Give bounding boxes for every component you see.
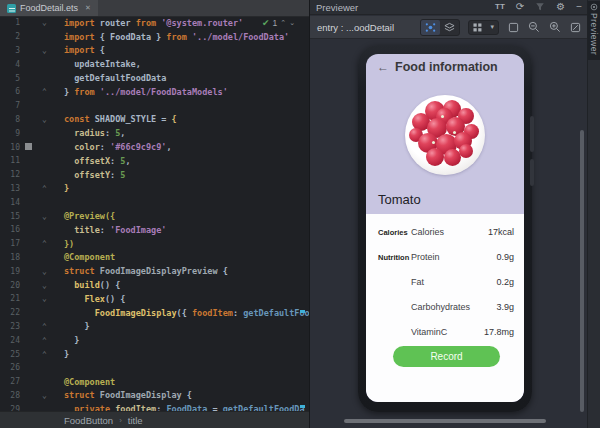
code-line[interactable]: 4 updateIntake,: [0, 57, 309, 71]
breadcrumb-item[interactable]: title: [128, 415, 143, 426]
inspection-widget[interactable]: ✔ 1 ⌃ ⌄: [262, 18, 295, 28]
line-number[interactable]: 25: [0, 350, 20, 359]
line-number[interactable]: 19: [0, 267, 20, 276]
code-area[interactable]: ✔ 1 ⌃ ⌄ 1⌄import router from '@system.ro…: [0, 16, 309, 411]
zoom-in-icon[interactable]: [549, 21, 561, 33]
line-number[interactable]: 15: [0, 212, 20, 221]
fold-marker-icon[interactable]: ⌄: [37, 115, 52, 124]
code-line[interactable]: 14: [0, 195, 309, 209]
grid-view-icon[interactable]: [469, 21, 486, 34]
code-line[interactable]: 28⌄struct FoodImageDisplay {: [0, 389, 309, 403]
code-line[interactable]: 7: [0, 99, 309, 113]
settings-gear-icon[interactable]: ⚙: [556, 2, 565, 12]
tab-close-icon[interactable]: ✕: [85, 4, 91, 12]
breadcrumb-item[interactable]: FoodButton: [64, 415, 113, 426]
code-line[interactable]: 10 color: '#66c9c9c9',: [0, 140, 309, 154]
code-line[interactable]: 20⌄ build() {: [0, 278, 309, 292]
line-number[interactable]: 24: [0, 336, 20, 345]
code-line[interactable]: 25⌃}: [0, 347, 309, 361]
fold-marker-icon[interactable]: ⌄: [37, 212, 52, 221]
layers-view-toggle[interactable]: [440, 20, 459, 35]
code-line[interactable]: 24⌃ }: [0, 333, 309, 347]
previewer-side-tab[interactable]: Previewer: [588, 1, 600, 60]
code-line[interactable]: 13⌃}: [0, 182, 309, 196]
line-number[interactable]: 7: [0, 101, 20, 110]
line-number[interactable]: 14: [0, 198, 20, 207]
line-number[interactable]: 28: [0, 391, 20, 400]
line-number[interactable]: 23: [0, 322, 20, 331]
line-number[interactable]: 17: [0, 239, 20, 248]
next-issue-icon[interactable]: ⌄: [289, 19, 295, 27]
zoom-out-icon[interactable]: [528, 21, 540, 33]
line-number[interactable]: 8: [0, 115, 20, 124]
code-line[interactable]: 3⌄import {: [0, 44, 309, 58]
code-line[interactable]: 12 offsetY: 5: [0, 168, 309, 182]
phone-screen: ← Food information: [366, 54, 524, 402]
fold-marker-icon[interactable]: ⌄: [37, 391, 52, 400]
line-number[interactable]: 13: [0, 184, 20, 193]
line-number[interactable]: 27: [0, 377, 20, 386]
line-number[interactable]: 4: [0, 60, 20, 69]
line-number[interactable]: 11: [0, 156, 20, 165]
code-line[interactable]: 19⌄struct FoodImageDisplayPreview {: [0, 264, 309, 278]
code-line[interactable]: 11 offsetX: 5,: [0, 154, 309, 168]
code-line[interactable]: 6⌃} from '../model/FoodDataModels': [0, 85, 309, 99]
line-number[interactable]: 6: [0, 87, 20, 96]
fold-marker-icon[interactable]: ⌃: [37, 87, 52, 96]
code-line[interactable]: 17⌃}): [0, 237, 309, 251]
line-number[interactable]: 18: [0, 253, 20, 262]
line-number[interactable]: 16: [0, 225, 20, 234]
code-line[interactable]: 16 title: 'FoodImage': [0, 223, 309, 237]
fold-marker-icon[interactable]: ⌃: [37, 322, 52, 331]
code-line[interactable]: 18@Component: [0, 251, 309, 265]
fold-marker-icon[interactable]: ⌄: [37, 18, 52, 27]
component-preview-toggle[interactable]: [421, 20, 440, 35]
filter-icon[interactable]: [535, 2, 545, 12]
editor-tab-fooddetail[interactable]: FoodDetail.ets ✕: [0, 0, 98, 16]
line-number[interactable]: 9: [0, 129, 20, 138]
record-button[interactable]: Record: [393, 346, 500, 367]
line-number[interactable]: 12: [0, 170, 20, 179]
fold-marker-icon[interactable]: ⌃: [37, 239, 52, 248]
fold-marker-icon[interactable]: ⌃: [37, 350, 52, 359]
prev-issue-icon[interactable]: ⌃: [280, 19, 286, 27]
code-line[interactable]: 5 getDefaultFoodData: [0, 71, 309, 85]
line-number[interactable]: 21: [0, 294, 20, 303]
refresh-icon[interactable]: ⟳: [516, 2, 524, 12]
code-line[interactable]: 23⌃ }: [0, 320, 309, 334]
nutrient-value: 0.9g: [473, 252, 524, 262]
back-arrow-icon[interactable]: ←: [377, 60, 389, 74]
line-number[interactable]: 10: [0, 143, 20, 152]
fold-marker-icon[interactable]: ⌄: [37, 281, 52, 290]
line-number[interactable]: 3: [0, 46, 20, 55]
line-number[interactable]: 2: [0, 32, 20, 41]
fold-marker-icon[interactable]: ⌃: [37, 184, 52, 193]
fit-to-window-icon[interactable]: [570, 22, 581, 33]
vertical-scrollbar[interactable]: [580, 130, 584, 412]
frame-select-icon[interactable]: [508, 22, 519, 33]
code-line[interactable]: 22 FoodImageDisplay({ foodItem: getDefau…: [0, 306, 309, 320]
code-line[interactable]: 21⌄ Flex() {: [0, 292, 309, 306]
code-line[interactable]: 8⌄const SHADOW_STYLE = {: [0, 113, 309, 127]
previewer-header: Previewer TT ⟳ ⚙ −: [310, 0, 588, 15]
text-size-icon[interactable]: TT: [495, 3, 505, 11]
line-number[interactable]: 26: [0, 363, 20, 372]
fold-marker-icon[interactable]: ⌄: [37, 46, 52, 55]
fold-marker-icon[interactable]: ⌃: [37, 336, 52, 345]
line-number[interactable]: 22: [0, 308, 20, 317]
line-number[interactable]: 20: [0, 281, 20, 290]
fold-marker-icon[interactable]: ⌄: [37, 294, 52, 303]
code-line[interactable]: 2import { FoodData } from '../model/Food…: [0, 30, 309, 44]
horizontal-scrollbar[interactable]: [344, 419, 546, 423]
line-number[interactable]: 1: [0, 18, 20, 27]
code-line[interactable]: 9 radius: 5,: [0, 126, 309, 140]
code-line[interactable]: 29 private foodItem: FoodData = getDefau…: [0, 402, 309, 411]
code-line[interactable]: 26: [0, 361, 309, 375]
minimize-icon[interactable]: −: [576, 2, 582, 12]
code-line[interactable]: 15⌄@Preview({: [0, 209, 309, 223]
grid-dropdown-icon[interactable]: ▾: [486, 21, 498, 33]
fold-marker-icon[interactable]: ⌄: [37, 267, 52, 276]
line-number[interactable]: 5: [0, 74, 20, 83]
code-line[interactable]: 27@Component: [0, 375, 309, 389]
code-text: build() {: [52, 280, 120, 290]
